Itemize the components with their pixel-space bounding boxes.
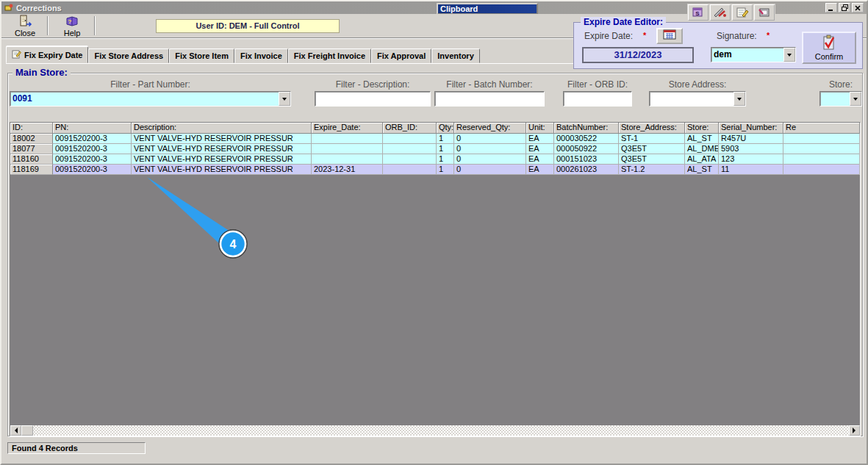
filter-label: Filter - Description: <box>315 79 431 91</box>
column-header-serial-number[interactable]: Serial_Number: <box>719 123 783 134</box>
filter-combo-store-address[interactable] <box>649 91 746 107</box>
column-header-store-address[interactable]: Store_Address: <box>619 123 685 134</box>
utilities-icon[interactable] <box>710 4 731 21</box>
column-header-unit[interactable]: Unit: <box>526 123 554 134</box>
app-icon <box>4 1 13 15</box>
table-row[interactable]: 180770091520200-3VENT VALVE-HYD RESERVOI… <box>10 144 860 154</box>
table-cell <box>783 154 860 165</box>
table-cell: 000050922 <box>554 144 619 154</box>
clipboard-save-icon[interactable]: S <box>688 4 709 21</box>
table-cell: 11 <box>719 165 783 175</box>
records-table: ID:PN:Description:Expire_Date:ORB_ID:Qty… <box>10 122 861 436</box>
confirm-check-icon <box>822 35 836 52</box>
table-cell: AL_ST <box>685 134 719 144</box>
table-cell: EA <box>526 165 554 175</box>
chevron-down-icon[interactable] <box>850 92 861 106</box>
edit-note-icon <box>12 49 21 60</box>
tab-fix-store-item[interactable]: Fix Store Item <box>169 48 234 63</box>
table-row[interactable]: 1181600091520200-3VENT VALVE-HYD RESERVO… <box>10 154 860 165</box>
table-cell: 1 <box>437 154 454 165</box>
table-cell: 1 <box>437 165 454 175</box>
table-cell <box>783 144 860 154</box>
expire-date-editor-panel: Expire Date Editor: Expire Date: * 31/12… <box>573 22 863 69</box>
column-header-pn[interactable]: PN: <box>53 123 132 134</box>
table-row[interactable]: 1181690091520200-3VENT VALVE-HYD RESERVO… <box>10 165 860 175</box>
table-cell: Q3E5T <box>619 154 685 165</box>
tab-inventory[interactable]: Inventory <box>431 48 480 63</box>
filter-label: Filter - ORB ID: <box>563 79 632 91</box>
minimize-icon[interactable] <box>825 3 837 12</box>
table-cell: VENT VALVE-HYD RESERVOIR PRESSUR <box>132 154 312 165</box>
column-header-orb-id[interactable]: ORB_ID: <box>383 123 437 134</box>
combo-value: 0091 <box>10 92 279 106</box>
toolbar-separator <box>47 16 49 35</box>
user-id-banner: User ID: DEM - Full Control <box>156 19 340 33</box>
help-button[interactable]: ? Help <box>53 15 91 37</box>
table-cell: ST-1.2 <box>619 165 685 175</box>
table-cell: EA <box>526 144 554 154</box>
column-header-expire-date[interactable]: Expire_Date: <box>312 123 383 134</box>
tab-fix-expiry-date[interactable]: Fix Expiry Date <box>6 46 88 63</box>
table-cell: EA <box>526 134 554 144</box>
filter-input-filter-batch-number[interactable] <box>434 91 545 107</box>
table-cell: 000151023 <box>554 154 619 165</box>
corrections-window: Corrections Clipboard S <box>0 0 868 465</box>
table-cell <box>383 144 437 154</box>
mini-toolbar: S <box>687 4 775 22</box>
tab-fix-invoice[interactable]: Fix Invoice <box>234 48 288 63</box>
chevron-down-icon[interactable] <box>783 48 795 62</box>
scroll-left-icon[interactable] <box>10 425 21 436</box>
table-cell: Q3E5T <box>619 144 685 154</box>
table-cell: 118169 <box>10 165 53 175</box>
column-header-reserved-qty[interactable]: Reserved_Qty: <box>454 123 526 134</box>
expire-date-required-marker: * <box>643 31 646 40</box>
table-cell <box>783 165 860 175</box>
column-header-store[interactable]: Store: <box>685 123 719 134</box>
table-header-row: ID:PN:Description:Expire_Date:ORB_ID:Qty… <box>10 123 860 134</box>
confirm-button[interactable]: Confirm <box>802 32 856 64</box>
expire-date-label: Expire Date: <box>584 31 633 41</box>
tab-fix-store-address[interactable]: Fix Store Address <box>88 48 169 63</box>
close-window-icon[interactable] <box>852 3 864 12</box>
close-button[interactable]: Close <box>6 15 44 37</box>
table-cell <box>383 165 437 175</box>
scrollbar-thumb[interactable] <box>21 425 33 436</box>
calendar-picker-button[interactable] <box>656 28 683 44</box>
expire-date-field[interactable]: 31/12/2023 <box>582 47 694 63</box>
tab-label: Fix Store Address <box>94 51 163 60</box>
table-cell: AL_DME <box>685 144 719 154</box>
table-row[interactable]: 180020091520200-3VENT VALVE-HYD RESERVOI… <box>10 134 860 144</box>
chevron-down-icon[interactable] <box>279 92 290 106</box>
table-cell: 0091520200-3 <box>53 154 132 165</box>
filter-combo-store[interactable] <box>819 91 862 107</box>
record-count-status: Found 4 Records <box>7 442 146 454</box>
column-header-batchnumber[interactable]: BatchNumber: <box>554 123 619 134</box>
book-print-icon[interactable] <box>754 4 775 21</box>
restore-icon[interactable] <box>839 3 850 12</box>
table-cell <box>312 134 383 144</box>
filter-combo-filter-part-number[interactable]: 0091 <box>10 91 291 107</box>
table-cell: 000261023 <box>554 165 619 175</box>
table-cell: 0 <box>454 154 526 165</box>
tab-fix-approval[interactable]: Fix Approval <box>371 48 431 63</box>
signature-combo[interactable]: dem <box>711 47 796 62</box>
horizontal-scrollbar[interactable] <box>10 425 860 436</box>
edit-pad-icon[interactable] <box>732 4 753 21</box>
filter-input-filter-orb-id[interactable] <box>563 91 632 107</box>
scroll-right-icon[interactable] <box>849 425 860 436</box>
column-header-re[interactable]: Re <box>783 123 860 134</box>
tab-fix-freight-invoice[interactable]: Fix Freight Invoice <box>288 48 371 63</box>
signature-label: Signature: <box>717 31 757 41</box>
column-header-qty[interactable]: Qty: <box>437 123 454 134</box>
filter-input-filter-description[interactable] <box>315 91 431 107</box>
table-cell: ST-1 <box>619 134 685 144</box>
filter-label: Store: <box>819 79 862 91</box>
table-cell <box>312 154 383 165</box>
filter-filter-description: Filter - Description: <box>315 79 431 107</box>
signature-value: dem <box>711 48 783 62</box>
column-header-description[interactable]: Description: <box>132 123 312 134</box>
chevron-down-icon[interactable] <box>734 92 745 106</box>
table-cell: AL_ST <box>685 165 719 175</box>
clipboard-child-window[interactable]: Clipboard <box>437 3 538 15</box>
column-header-id[interactable]: ID: <box>10 123 53 134</box>
